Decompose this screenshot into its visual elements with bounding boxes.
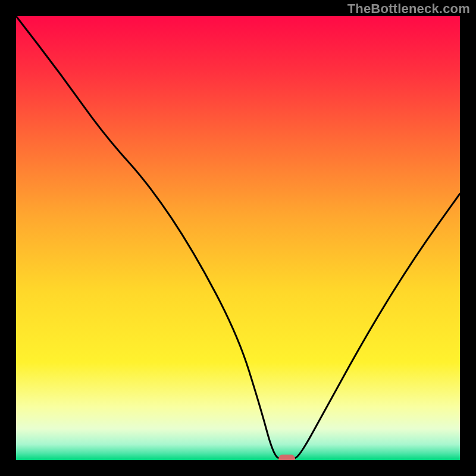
plot-area xyxy=(16,16,460,460)
watermark-text: TheBottleneck.com xyxy=(347,1,470,17)
chart-frame: TheBottleneck.com xyxy=(0,0,476,476)
optimal-point-marker xyxy=(278,455,295,460)
plot-svg xyxy=(16,16,460,460)
gradient-background xyxy=(16,16,460,460)
